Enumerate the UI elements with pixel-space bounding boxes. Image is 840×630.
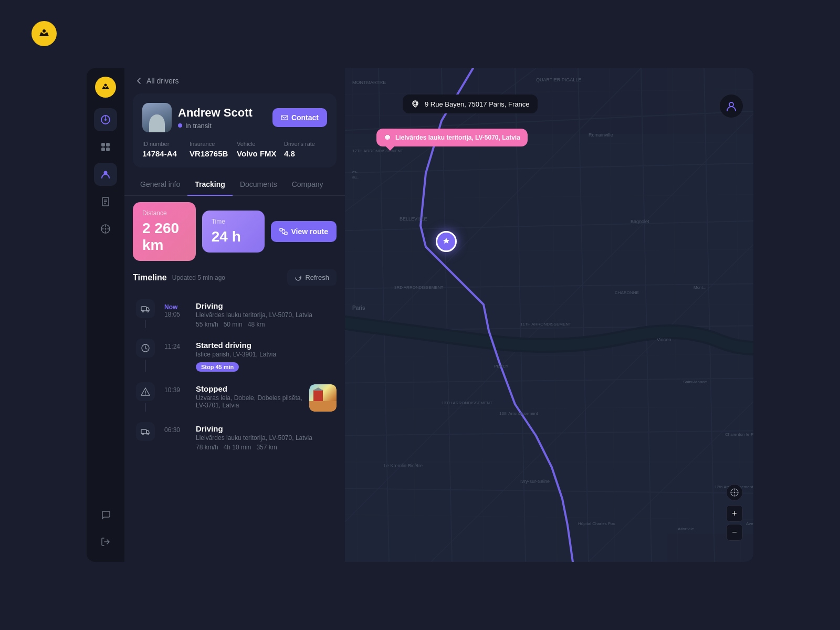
sidebar-item-radar[interactable] [94,108,117,131]
view-route-button[interactable]: View route [271,221,337,242]
svg-text:Alfortvile: Alfortvile [678,527,694,531]
svg-text:Hôpital Charles Fox: Hôpital Charles Fox [578,521,615,526]
svg-point-20 [147,311,149,312]
tab-documents[interactable]: Documents [233,174,285,196]
map-area: MONTMARTRE QUARTIER PIGALLE Romainville … [345,68,753,562]
timeline-event-1: Driving [196,301,337,310]
timeline-location-1: Lielvārdes lauku teritorija, LV-5070, La… [196,311,337,319]
app-frame: All drivers Andre [87,68,753,562]
svg-point-90 [729,102,733,107]
insurance-label: Insurance [190,141,233,147]
stats-row: Distance 2 260 km Time 24 h [133,202,337,261]
svg-rect-18 [141,307,146,311]
svg-text:es-: es- [352,170,358,174]
driver-card: Andrew Scott In transit [133,93,337,167]
id-label: ID number [142,141,185,147]
driver-avatar [142,103,172,132]
svg-text:Mont...: Mont... [694,285,706,290]
origin-bubble: Lielvārdes lauku teritorija, LV-5070, La… [376,129,528,146]
timeline-item-3: 10:39 Stopped Uzvaras iela, Dobele, Dobe… [133,377,337,417]
tab-tracking[interactable]: Tracking [187,174,233,196]
zoom-in-button[interactable]: + [726,505,743,522]
sidebar-item-users[interactable] [94,163,117,186]
svg-text:BELLEVILLE: BELLEVILLE [400,216,427,222]
svg-rect-24 [141,429,146,434]
timeline-content-2: Started driving Īslīce parish, LV-3901, … [196,339,337,372]
timeline-title: Timeline [133,273,167,282]
svg-point-15 [105,228,107,230]
timeline-time-4: 06:30 [164,422,190,451]
map-person-button[interactable] [720,94,743,118]
truck-icon-2 [136,422,155,441]
refresh-button[interactable]: Refresh [287,269,337,286]
svg-point-89 [414,102,417,105]
svg-rect-16 [280,228,282,231]
svg-text:QUARTIER PIGALLE: QUARTIER PIGALLE [536,77,581,82]
driver-header: Andrew Scott In transit [142,103,327,132]
timeline-now-label: Now [164,303,177,311]
timeline-icon-col-2 [133,339,158,372]
sidebar-item-compass[interactable] [94,217,117,240]
distance-card: Distance 2 260 km [133,202,196,261]
rate-value: 4.8 [284,149,327,158]
timeline-event-2: Started driving [196,341,337,350]
sidebar-bottom-nav [94,503,117,553]
sidebar-item-grid[interactable] [94,135,117,159]
timeline-item: Now 18:05 Driving Lielvārdes lauku terit… [133,294,337,333]
status-indicator [178,123,182,128]
timeline-icon-col-1 [133,299,158,328]
timeline-list: Now 18:05 Driving Lielvārdes lauku terit… [133,294,337,456]
svg-point-23 [145,394,145,394]
svg-text:Aven...: Aven... [746,521,753,526]
svg-point-1 [104,84,107,87]
sidebar-item-documents[interactable] [94,190,117,213]
svg-point-25 [142,434,144,435]
contact-button[interactable]: Contact [272,108,327,127]
timeline-icon-col-4 [133,422,158,451]
sidebar-item-chat[interactable] [94,503,117,526]
back-label: All drivers [146,77,178,85]
timeline-content-3: Stopped Uzvaras iela, Dobele, Dobeles pi… [196,382,337,412]
map-controls: + − [726,484,743,541]
duration-1: 50 min [224,321,243,328]
timeline-item-2: 11:24 Started driving Īslīce parish, LV-… [133,333,337,377]
detail-id: ID number 14784-A4 [142,141,185,158]
back-button[interactable]: All drivers [124,68,345,89]
timeline-time-2: 11:24 [164,339,190,372]
truck-icon-1 [136,299,155,318]
driver-details: ID number 14784-A4 Insurance VR18765B Ve… [142,141,327,158]
timeline-time-3: 10:39 [164,382,190,412]
svg-text:Le Kremlin-Bicêtre: Le Kremlin-Bicêtre [384,463,423,468]
zoom-out-button[interactable]: − [726,524,743,541]
speed-4: 78 km/h [196,444,218,451]
stop-badge: Stop 45 min [196,362,239,372]
timeline-time-secondary-2: 11:24 [164,343,180,350]
svg-rect-6 [106,143,110,146]
app-logo [32,21,57,46]
timeline-location-2: Īslīce parish, LV-3901, Latvia [196,351,337,358]
svg-text:11TH ARRONDISSEMENT: 11TH ARRONDISSEMENT [520,322,571,327]
detail-vehicle: Vehicle Volvo FMX [237,141,280,158]
svg-text:17TH ARRONDISSEMENT: 17TH ARRONDISSEMENT [352,149,403,153]
tracking-section: Distance 2 260 km Time 24 h [124,202,345,456]
insurance-value: VR18765B [190,149,233,158]
svg-rect-5 [101,143,105,146]
tab-company[interactable]: Company [285,174,331,196]
svg-text:au...: au... [352,175,360,179]
svg-rect-7 [101,148,105,151]
compass-control[interactable] [726,484,743,501]
distance-label: Distance [142,209,186,217]
time-card: Time 24 h [202,211,265,253]
vehicle-label: Vehicle [237,141,280,147]
timeline-item-4: 06:30 Driving Lielvārdes lauku teritorij… [133,417,337,456]
svg-text:PERCY: PERCY [494,364,509,369]
timeline-event-3: Stopped [196,384,302,393]
driver-status: In transit [178,122,253,130]
location-thumbnail [309,384,337,412]
tab-general-info[interactable]: General info [133,174,187,196]
sidebar-item-logout[interactable] [94,530,117,553]
warning-icon [136,382,155,401]
svg-text:CHARONNE: CHARONNE [615,290,639,295]
svg-point-92 [734,492,736,494]
clock-icon [136,339,155,358]
